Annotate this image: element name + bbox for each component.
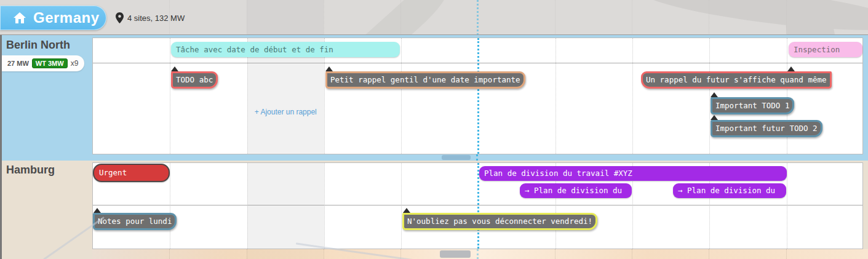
grid-column-line bbox=[400, 249, 401, 259]
today-line bbox=[476, 154, 478, 161]
turbine-type-badge: WT 3MW bbox=[32, 58, 68, 68]
h-scrollbar-thumb[interactable] bbox=[440, 250, 471, 258]
grid-column-line bbox=[632, 0, 632, 35]
reminder-marker-icon bbox=[403, 208, 410, 213]
grid-column-line bbox=[247, 249, 247, 259]
grid-column-line bbox=[324, 0, 324, 35]
task-bar[interactable]: → Plan de division du bbox=[673, 183, 786, 198]
task-bar[interactable]: Tâche avec date de début et de fin bbox=[171, 42, 400, 57]
grid-column-line bbox=[555, 249, 555, 259]
section-hamburg: Hamburg UrgentPlan de division du travai… bbox=[0, 161, 868, 259]
tasks-reminders-separator bbox=[93, 205, 862, 205]
section-berlin-north: Berlin North 27 MW WT 3MW x9 Tâche avec … bbox=[0, 35, 868, 161]
task-bar[interactable]: → Plan de division du bbox=[520, 183, 632, 198]
grid-column-line bbox=[555, 38, 556, 154]
task-bar[interactable]: Inspection bbox=[789, 42, 862, 57]
grid-column-line bbox=[709, 0, 709, 35]
window-edge bbox=[0, 35, 2, 259]
site-stats-pill: 27 MW WT 3MW x9 bbox=[0, 55, 84, 71]
reminder-label[interactable]: Important futur TODO 2 bbox=[711, 120, 822, 137]
strip-grid bbox=[92, 249, 863, 259]
add-reminder-link[interactable]: + Ajouter un rappel bbox=[247, 108, 324, 116]
grid-column-line bbox=[401, 163, 402, 249]
weekend-band bbox=[247, 163, 324, 249]
home-button[interactable]: Germany bbox=[0, 6, 106, 30]
grid-column-line bbox=[401, 38, 402, 154]
weekend-band bbox=[247, 0, 324, 35]
reminder-marker-icon bbox=[171, 66, 178, 71]
reminder-label[interactable]: Notes pour lundi bbox=[93, 213, 177, 230]
section-row-label: Hamburg bbox=[6, 164, 55, 177]
turbine-count: x9 bbox=[71, 59, 79, 68]
grid-column-line bbox=[324, 249, 324, 259]
today-line bbox=[477, 0, 479, 35]
grid-column-line bbox=[247, 163, 248, 249]
grid-column-line bbox=[786, 0, 787, 35]
reminder-label[interactable]: Petit rappel gentil d'une date important… bbox=[325, 71, 525, 89]
grid-column-line bbox=[170, 38, 170, 154]
grid-column-line bbox=[555, 0, 555, 35]
h-scrollbar-thumb[interactable] bbox=[442, 155, 471, 160]
grid-column-line bbox=[709, 249, 709, 259]
task-bar[interactable]: Plan de division du travail #XYZ bbox=[479, 166, 787, 181]
grid-column-line bbox=[169, 249, 170, 259]
bottom-scroll-strip bbox=[92, 249, 868, 259]
tasks-reminders-separator bbox=[93, 63, 862, 63]
sites-summary-wrap: 4 sites, 132 MW bbox=[116, 12, 185, 23]
reminder-marker-icon bbox=[94, 208, 101, 213]
region-title: Germany bbox=[33, 9, 100, 26]
header: Germany 4 sites, 132 MW bbox=[0, 0, 868, 35]
grid-column-line bbox=[400, 0, 401, 35]
capacity-badge: 27 MW bbox=[7, 60, 29, 67]
grid-column-line bbox=[324, 163, 325, 249]
grid-column-line bbox=[786, 249, 787, 259]
location-pin-icon bbox=[116, 12, 124, 23]
reminder-label[interactable]: TODO abc bbox=[171, 71, 218, 89]
header-grid bbox=[92, 0, 863, 35]
today-line bbox=[477, 249, 479, 259]
timeline-panel-berlin-north: Tâche avec date de début et de finInspec… bbox=[92, 38, 863, 154]
task-bar[interactable]: Urgent bbox=[93, 164, 170, 182]
reminder-marker-icon bbox=[787, 66, 795, 71]
reminder-marker-icon bbox=[711, 92, 718, 97]
reminder-marker-icon bbox=[325, 66, 333, 71]
timeline-panel-hamburg: UrgentPlan de division du travail #XYZ→ … bbox=[92, 162, 863, 249]
sites-summary: 4 sites, 132 MW bbox=[127, 14, 185, 23]
reminder-label[interactable]: Important TODO 1 bbox=[711, 97, 794, 114]
weekend-band bbox=[247, 249, 324, 259]
app-window: Germany 4 sites, 132 MW Berlin North 27 … bbox=[0, 0, 868, 259]
reminder-label[interactable]: Un rappel du futur s'affiche quand même bbox=[641, 71, 832, 89]
section-row-label: Berlin North bbox=[6, 39, 70, 52]
home-icon bbox=[14, 12, 26, 23]
grid-column-line bbox=[247, 0, 247, 35]
reminder-marker-icon bbox=[711, 115, 718, 120]
today-line bbox=[477, 38, 479, 154]
reminder-label[interactable]: N'oubliez pas vous déconnecter vendredi! bbox=[402, 213, 597, 230]
grid-column-line bbox=[632, 38, 633, 154]
grid-column-line bbox=[170, 163, 170, 249]
grid-column-line bbox=[632, 249, 632, 259]
